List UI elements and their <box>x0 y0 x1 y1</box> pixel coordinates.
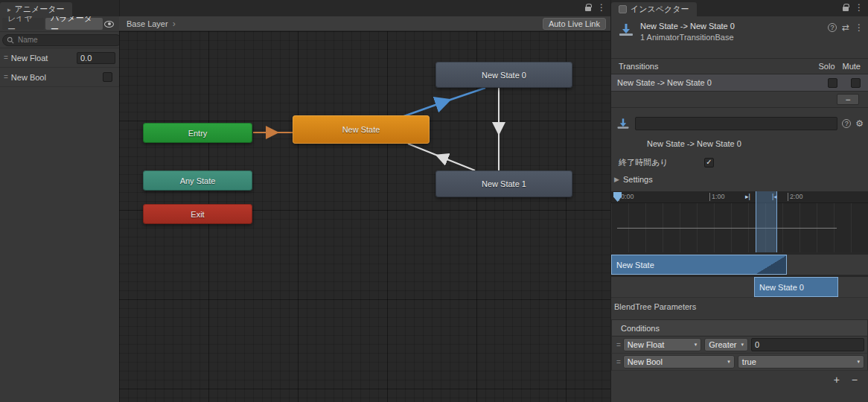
transition-icon <box>617 21 635 39</box>
inspector-panel: インスペクター ⋮ New State -> New State 0 1 Ani… <box>610 0 868 402</box>
has-exit-time-row: 終了時間あり ✓ <box>611 153 868 172</box>
state-node-label: New State <box>342 125 380 134</box>
transition-label: New State -> New State 0 <box>647 139 741 148</box>
transition-name-row: ? ⚙ <box>611 112 868 135</box>
tab-inspector-label: インスペクター <box>631 4 689 15</box>
inspector-icon <box>619 5 627 13</box>
time-tick: 2:00 <box>788 193 803 201</box>
state-node-entry[interactable]: Entry <box>143 123 252 143</box>
condition-value-field[interactable] <box>751 338 864 351</box>
eye-icon <box>104 21 114 28</box>
dropdown-value: true <box>742 357 756 366</box>
drag-handle-icon[interactable]: = <box>4 73 7 81</box>
transition-name-input[interactable] <box>635 117 837 130</box>
menu-icon[interactable]: ⋮ <box>597 3 606 12</box>
parameter-float-field[interactable] <box>77 52 115 64</box>
menu-icon[interactable]: ⋮ <box>855 3 864 12</box>
condition-row: = New Bool ▾ true ▾ <box>611 354 868 371</box>
foldout-arrow-icon: ▶ <box>614 176 619 183</box>
conditions-label: Conditions <box>621 324 660 333</box>
state-node-new-state[interactable]: New State <box>293 115 430 144</box>
blendtree-parameters-row: BlendTree Parameters <box>611 297 868 315</box>
transition-timeline[interactable]: 0:00 1:00 2:00 ▸| |◂ New State New State… <box>611 191 868 297</box>
state-node-new-state-0[interactable]: New State 0 <box>435 62 572 88</box>
state-node-new-state-1[interactable]: New State 1 <box>435 170 572 197</box>
conditions-footer: + − <box>611 371 868 389</box>
help-icon[interactable]: ? <box>828 23 837 32</box>
condition-operator-dropdown[interactable]: true ▾ <box>738 355 864 368</box>
blend-wedge <box>756 255 787 274</box>
transition-new-state-to-new-state-0[interactable] <box>402 88 485 117</box>
transition-window-band[interactable] <box>756 191 777 252</box>
transition-label-row: New State -> New State 0 <box>611 135 868 153</box>
settings-label: Settings <box>623 175 653 184</box>
animator-panel: ▸ アニメーター レイヤー パラメーター + ▾ = New Float <box>0 0 119 402</box>
condition-operator-dropdown[interactable]: Greater ▾ <box>704 338 748 351</box>
inspector-tabbar: インスペクター ⋮ <box>611 0 868 16</box>
track-bar-new-state-0[interactable]: New State 0 <box>754 277 838 297</box>
has-exit-time-checkbox[interactable]: ✓ <box>704 158 714 168</box>
search-field <box>2 34 122 46</box>
presets-icon[interactable]: ⇄ <box>842 23 849 32</box>
visibility-toggle[interactable] <box>104 21 114 28</box>
state-node-label: New State 0 <box>482 71 526 80</box>
state-node-label: Exit <box>191 210 204 219</box>
transition-list-row[interactable]: New State -> New State 0 <box>611 74 868 92</box>
state-node-any-state[interactable]: Any State <box>143 170 252 191</box>
parameter-bool-checkbox[interactable] <box>103 72 112 82</box>
transition-new-state-1-to-new-state[interactable] <box>408 144 475 170</box>
search-input[interactable] <box>16 35 118 45</box>
animator-graph: ⋮ Base Layer › Auto Live Link <box>119 0 610 402</box>
transition-start-marker[interactable]: ▸| <box>745 193 750 201</box>
tab-inspector[interactable]: インスペクター <box>611 2 697 16</box>
gear-icon[interactable]: ⚙ <box>855 119 864 128</box>
time-tick: 1:00 <box>709 193 725 201</box>
remove-condition-button[interactable]: − <box>852 374 858 385</box>
auto-live-link-label: Auto Live Link <box>549 19 600 28</box>
transition-icon <box>616 116 631 131</box>
breadcrumb-base-layer[interactable]: Base Layer <box>124 19 171 28</box>
tab-animator[interactable]: ▸ アニメーター <box>0 2 72 16</box>
lock-icon[interactable] <box>843 7 849 11</box>
blendtree-parameters-label: BlendTree Parameters <box>614 302 696 311</box>
mute-checkbox[interactable] <box>851 78 861 88</box>
layers-tab-button[interactable]: レイヤー <box>2 18 44 30</box>
animator-icon: ▸ <box>7 6 11 13</box>
animator-toolbar: レイヤー パラメーター <box>0 16 119 32</box>
lock-icon[interactable] <box>585 7 591 11</box>
parameters-tab-button[interactable]: パラメーター <box>45 18 103 30</box>
menu-icon[interactable]: ⋮ <box>855 23 864 32</box>
inspector-titles: New State -> New State 0 1 AnimatorTrans… <box>640 21 823 42</box>
transitions-label: Transitions <box>619 62 658 71</box>
graph-canvas[interactable]: New State 0 Entry New State Any State Ne… <box>119 31 610 402</box>
drag-handle-icon[interactable]: = <box>4 54 7 62</box>
track-bar-label: New State <box>616 261 654 269</box>
timeline-track: New State <box>611 255 868 275</box>
track-bar-new-state[interactable]: New State <box>611 255 787 275</box>
auto-live-link-button[interactable]: Auto Live Link <box>543 18 606 30</box>
transition-row-label: New State -> New State 0 <box>617 78 814 87</box>
graph-tabbar: ⋮ <box>119 0 610 16</box>
remove-transition-button[interactable]: − <box>837 94 859 105</box>
condition-parameter-dropdown[interactable]: New Bool ▾ <box>623 355 735 368</box>
help-icon[interactable]: ? <box>842 119 851 128</box>
condition-row: = New Float ▾ Greater ▾ <box>611 336 868 354</box>
condition-parameter-dropdown[interactable]: New Float ▾ <box>623 338 701 351</box>
solo-checkbox[interactable] <box>828 78 837 88</box>
parameter-row[interactable]: = New Float <box>0 48 119 68</box>
dropdown-value: New Float <box>628 340 665 349</box>
drag-handle-icon[interactable]: = <box>616 358 620 366</box>
state-node-exit[interactable]: Exit <box>143 204 252 224</box>
add-condition-button[interactable]: + <box>834 374 840 385</box>
tab-animator-label: アニメーター <box>15 4 65 15</box>
timeline-canvas[interactable] <box>611 203 868 252</box>
timeline-ruler[interactable]: 0:00 1:00 2:00 ▸| |◂ <box>611 191 868 203</box>
parameter-row[interactable]: = New Bool <box>0 68 119 87</box>
conditions-header: Conditions <box>611 319 868 336</box>
settings-foldout[interactable]: ▶ Settings <box>611 172 868 187</box>
chevron-down-icon: ▾ <box>736 342 744 348</box>
state-node-label: Any State <box>180 176 216 185</box>
drag-handle-icon[interactable]: = <box>616 341 620 349</box>
inspector-title: New State -> New State 0 <box>640 22 823 31</box>
check-icon: ✓ <box>706 159 712 166</box>
